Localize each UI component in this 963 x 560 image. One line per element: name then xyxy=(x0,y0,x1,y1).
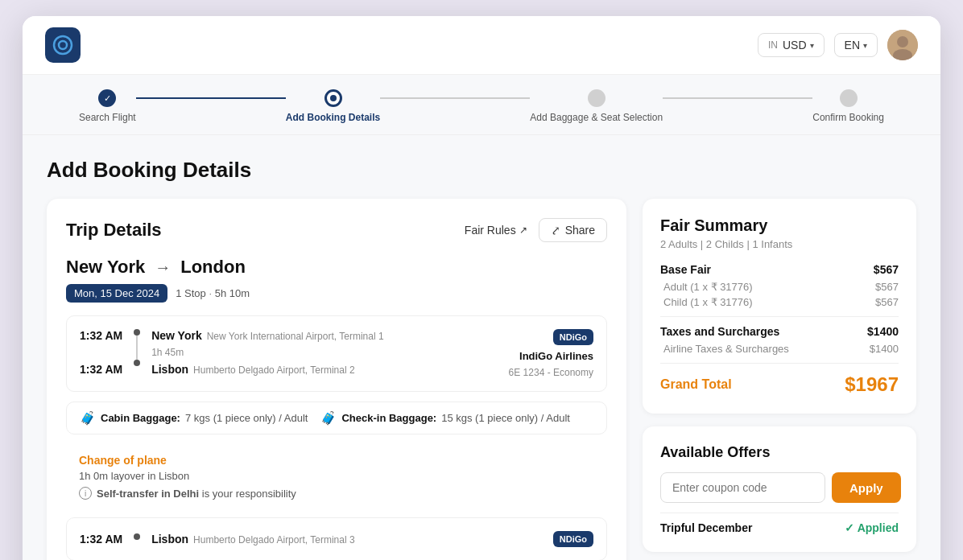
airline-info-1: NDiGo IndiGo Airlines 6E 1234 - Economy xyxy=(509,329,593,378)
stops-label: 1 Stop xyxy=(176,287,206,299)
airline-code-1: 6E 1234 - Economy xyxy=(509,367,593,378)
currency-chevron-icon: ▾ xyxy=(810,41,814,50)
base-fair-value: $567 xyxy=(874,263,899,276)
language-chevron-icon: ▾ xyxy=(863,41,867,50)
base-fair-row: Base Fair $567 xyxy=(660,263,899,276)
step-circle-search: ✓ xyxy=(98,89,116,107)
checkin-baggage: 🧳 Check-in Baggage: 15 kgs (1 piece only… xyxy=(320,410,569,426)
grand-total-row: Grand Total $1967 xyxy=(660,373,899,396)
trip-card-actions: Fair Rules ↗ ⤤ Share xyxy=(465,218,607,242)
flight-times-1: 1:32 AM New York New York Interna xyxy=(80,329,509,376)
destination-city: London xyxy=(180,257,246,278)
baggage-row: 🧳 Cabin Baggage: 7 kgs (1 piece only) / … xyxy=(66,401,607,434)
arrive-time-1: 1:32 AM xyxy=(80,363,122,376)
coupon-row: Apply xyxy=(660,472,899,503)
offer-row-tripful: Tripful December ✓ Applied xyxy=(660,513,899,534)
layover-duration: 1h 0m layover in Lisbon xyxy=(79,470,594,482)
step-circle-baggage xyxy=(588,89,605,107)
arrive-airport-1: Humberto Delgado Airport, Terminal 2 xyxy=(193,364,355,376)
cabin-baggage-value: 7 kgs (1 piece only) / Adult xyxy=(185,412,308,424)
step-confirm: Confirm Booking xyxy=(812,89,884,123)
origin-city: New York xyxy=(66,257,145,278)
fair-rules-arrow-icon: ↗ xyxy=(519,224,527,236)
timeline-dot-bottom xyxy=(134,360,140,366)
segment-inner-1: 1:32 AM New York New York Interna xyxy=(80,329,593,378)
check-icon: ✓ xyxy=(845,521,854,534)
airline-taxes-row: Airline Taxes & Surcharges $1400 xyxy=(660,343,899,355)
apply-button[interactable]: Apply xyxy=(832,472,901,503)
duration-label: 5h 10m xyxy=(215,287,250,299)
adult-fare-row: Adult (1 x ₹ 31776) $567 xyxy=(660,281,899,293)
self-transfer-bold: Self-transfer in Delhi xyxy=(97,488,199,500)
airline-taxes-label: Airline Taxes & Surcharges xyxy=(663,343,789,355)
header: IN USD ▾ EN ▾ xyxy=(23,16,940,75)
language-selector[interactable]: EN ▾ xyxy=(834,33,878,57)
airline-logo-2: NDiGo xyxy=(553,531,593,547)
step-line-1 xyxy=(136,97,286,99)
svg-point-0 xyxy=(54,36,72,54)
grand-total-label: Grand Total xyxy=(660,377,732,392)
timeline-col-2 xyxy=(134,533,140,545)
svg-point-1 xyxy=(59,41,67,49)
checkin-baggage-label: Check-in Baggage: xyxy=(341,412,436,424)
segment-duration-1: 1h 45m xyxy=(151,344,383,361)
child-fare-label: Child (1 x ₹ 31776) xyxy=(663,296,753,308)
timeline-line-1 xyxy=(136,336,138,360)
step-label-search: Search Flight xyxy=(79,112,136,123)
steps-container: ✓ Search Flight Add Booking Details Add … xyxy=(79,89,884,123)
checkin-baggage-value: 15 kgs (1 piece only) / Adult xyxy=(441,412,570,424)
adult-fare-label: Adult (1 x ₹ 31776) xyxy=(663,281,753,293)
trip-card-header: Trip Details Fair Rules ↗ ⤤ Share xyxy=(66,218,607,242)
arrive-city-1: Lisbon xyxy=(151,363,188,376)
child-fare-value: $567 xyxy=(875,296,899,308)
trip-card: Trip Details Fair Rules ↗ ⤤ Share xyxy=(47,199,626,560)
language-code: EN xyxy=(845,39,860,51)
depart-city-2: Lisbon xyxy=(151,533,188,546)
offers-title: Available Offers xyxy=(660,444,899,461)
taxes-row: Taxes and Surcharges $1400 xyxy=(660,325,899,338)
step-label-confirm: Confirm Booking xyxy=(812,112,884,123)
self-transfer-warning: i Self-transfer in Delhi is your respons… xyxy=(79,487,594,500)
taxes-label: Taxes and Surcharges xyxy=(660,325,779,338)
layover-info: Change of plane 1h 0m layover in Lisbon … xyxy=(66,446,607,508)
cabin-baggage-icon: 🧳 xyxy=(80,410,96,426)
cabin-baggage-label: Cabin Baggage: xyxy=(101,412,180,424)
currency-country: IN xyxy=(768,39,778,51)
currency-selector[interactable]: IN USD ▾ xyxy=(758,33,825,57)
depart-airport-1: New York International Airport, Terminal… xyxy=(207,331,384,342)
airline-logo-1: NDiGo xyxy=(553,329,593,345)
airline-taxes-value: $1400 xyxy=(870,343,899,355)
stops-info: 1 Stop · 5h 10m xyxy=(176,287,250,299)
step-add-booking: Add Booking Details xyxy=(286,89,380,123)
trip-card-title: Trip Details xyxy=(66,220,162,241)
fair-summary-card: Fair Summary 2 Adults | 2 Childs | 1 Inf… xyxy=(643,199,916,414)
step-label-booking: Add Booking Details xyxy=(286,112,380,123)
base-fair-label: Base Fair xyxy=(660,263,711,276)
coupon-input[interactable] xyxy=(660,472,825,503)
date-badge: Mon, 15 Dec 2024 xyxy=(66,284,167,303)
share-label: Share xyxy=(565,224,595,237)
fair-summary-pax: 2 Adults | 2 Childs | 1 Infants xyxy=(660,238,899,250)
step-baggage: Add Baggage & Seat Selection xyxy=(530,89,663,123)
flight-segment-1: 1:32 AM New York New York Interna xyxy=(66,315,607,392)
step-label-baggage: Add Baggage & Seat Selection xyxy=(530,112,663,123)
share-icon: ⤤ xyxy=(551,224,560,237)
offer-name: Tripful December xyxy=(660,521,752,534)
fare-divider-1 xyxy=(660,316,899,317)
right-col: Fair Summary 2 Adults | 2 Childs | 1 Inf… xyxy=(643,199,916,560)
change-of-plane: Change of plane xyxy=(79,454,594,467)
share-button[interactable]: ⤤ Share xyxy=(539,218,607,242)
step-circle-confirm xyxy=(840,89,858,107)
depart-time-2: 1:32 AM xyxy=(80,533,122,546)
currency-code: USD xyxy=(783,39,807,51)
fair-rules-button[interactable]: Fair Rules ↗ xyxy=(465,224,527,237)
route-meta: Mon, 15 Dec 2024 1 Stop · 5h 10m xyxy=(66,284,607,303)
self-transfer-text: is your responsibility xyxy=(202,488,296,500)
logo xyxy=(45,27,81,63)
fair-summary-title: Fair Summary xyxy=(660,216,899,235)
depart-airport-2: Humberto Delgado Airport, Terminal 3 xyxy=(193,534,355,546)
header-right: IN USD ▾ EN ▾ xyxy=(758,30,918,60)
avatar[interactable] xyxy=(887,30,918,60)
content-grid: Trip Details Fair Rules ↗ ⤤ Share xyxy=(47,199,916,560)
step-search-flight: ✓ Search Flight xyxy=(79,89,136,123)
